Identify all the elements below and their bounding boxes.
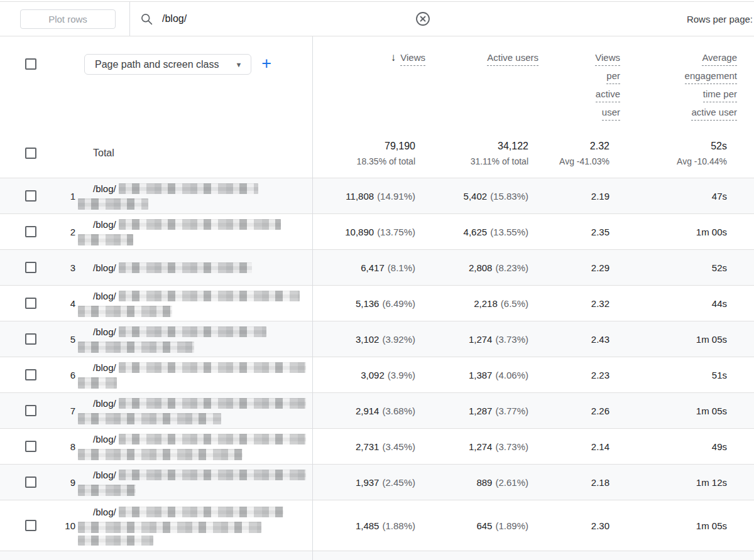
table-search — [129, 2, 437, 36]
table-row: 4 /blog/ 5,136(6.49%) 2,218(6.5%) 2.32 4… — [0, 286, 754, 321]
column-header-active-users[interactable]: Active users — [425, 36, 538, 129]
active-users-cell: 4,625(13.55%) — [425, 214, 538, 249]
views-per-user-cell: 2.14 — [538, 429, 620, 464]
redacted-text — [119, 362, 306, 373]
totals-checkbox[interactable] — [25, 148, 36, 159]
totals-active-users-value: 34,122 — [498, 141, 528, 152]
row-checkbox[interactable] — [25, 333, 36, 345]
page-path-cell: /blog/ — [88, 393, 312, 428]
row-checkbox[interactable] — [25, 520, 36, 531]
views-cell: 6,417(8.1%) — [312, 250, 425, 285]
redacted-text — [78, 198, 148, 210]
redacted-text — [119, 398, 306, 409]
redacted-text — [119, 326, 266, 337]
page-path-cell: /blog/ — [88, 214, 312, 249]
redacted-text — [78, 306, 172, 317]
page-path: /blog/ — [93, 470, 116, 480]
views-cell: 11,808(14.91%) — [312, 178, 425, 213]
table-header: Page path and screen class ▼ + ↓ Views A… — [0, 36, 754, 129]
dimension-picker-label: Page path and screen class — [95, 59, 219, 70]
active-users-cell: 2,218(6.5%) — [425, 286, 538, 321]
totals-active-users: 34,122 31.11% of total — [425, 129, 538, 178]
totals-active-users-sub: 31.11% of total — [471, 156, 528, 166]
row-checkbox[interactable] — [25, 369, 36, 380]
page-path: /blog/ — [93, 398, 116, 409]
row-checkbox[interactable] — [25, 405, 36, 416]
row-number: 3 — [36, 250, 88, 285]
engagement-cell: 47s — [620, 178, 754, 213]
table-row: 5 /blog/ 3,102(3.92%) 1,274(3.73%) 2.43 … — [0, 321, 754, 357]
column-header-avg-engagement-time[interactable]: Average engagement time per active user — [620, 36, 754, 129]
row-checkbox[interactable] — [25, 190, 36, 202]
redacted-text — [119, 291, 300, 301]
row-checkbox[interactable] — [25, 262, 36, 273]
row-checkbox[interactable] — [25, 298, 36, 309]
totals-views: 79,190 18.35% of total — [312, 129, 425, 178]
row-checkbox[interactable] — [25, 441, 36, 452]
totals-engagement: 52s Avg -10.44% — [620, 129, 754, 178]
column-header-label: Views — [400, 52, 425, 66]
engagement-cell: 51s — [620, 357, 754, 392]
page-path: /blog/ — [93, 262, 116, 273]
active-users-cell: 1,274(3.73%) — [425, 321, 538, 357]
views-cell: 3,102(3.92%) — [312, 321, 425, 357]
totals-engagement-value: 52s — [711, 141, 727, 152]
engagement-cell: 49s — [620, 429, 754, 464]
sort-desc-icon: ↓ — [391, 52, 396, 63]
engagement-cell: 1m 05s — [620, 321, 754, 357]
totals-views-per-user-value: 2.32 — [590, 141, 609, 152]
active-users-cell: 5,402(15.83%) — [425, 178, 538, 213]
views-cell: 2,731(3.45%) — [312, 429, 425, 464]
redacted-text — [78, 522, 261, 533]
redacted-text — [119, 262, 252, 273]
views-per-user-cell: 2.19 — [538, 178, 620, 213]
column-header-label: Views — [595, 52, 620, 66]
column-header-label: active — [596, 89, 620, 102]
search-icon — [140, 13, 153, 26]
column-header-views-per-active-user[interactable]: Views per active user — [538, 36, 620, 129]
redacted-text — [78, 342, 194, 353]
table-row: 9 /blog/ 1,937(2.45%) 889(2.61%) 2.18 1m… — [0, 465, 754, 500]
column-header-label: user — [602, 107, 620, 121]
add-dimension-button[interactable]: + — [261, 55, 271, 72]
views-cell: 1,937(2.45%) — [312, 465, 425, 500]
page-path: /blog/ — [93, 183, 116, 194]
panel-divider — [312, 36, 313, 560]
totals-views-per-user-sub: Avg -41.03% — [559, 156, 609, 166]
page-path: /blog/ — [93, 507, 116, 517]
page-path: /blog/ — [93, 362, 116, 373]
views-cell: 1,485(1.88%) — [312, 500, 425, 551]
totals-views-per-user: 2.32 Avg -41.03% — [538, 129, 620, 178]
select-all-checkbox[interactable] — [25, 58, 36, 70]
chevron-down-icon: ▼ — [235, 61, 242, 68]
engagement-cell: 1m 00s — [620, 214, 754, 249]
column-header-label: active user — [691, 107, 737, 121]
header-left: Page path and screen class ▼ + — [0, 36, 312, 129]
totals-label: Total — [88, 129, 312, 178]
views-cell: 2,914(3.68%) — [312, 393, 425, 428]
search-input[interactable] — [162, 13, 415, 24]
rows-per-page-label: Rows per page: — [687, 14, 754, 24]
table-row: 6 /blog/ 3,092(3.9%) 1,387(4.06%) 2.23 5… — [0, 357, 754, 393]
redacted-text — [119, 470, 306, 480]
column-header-label: per — [606, 70, 620, 84]
redacted-text — [119, 434, 306, 444]
row-checkbox[interactable] — [25, 477, 36, 488]
active-users-cell: 1,287(3.77%) — [425, 393, 538, 428]
totals-engagement-sub: Avg -10.44% — [677, 156, 727, 166]
row-checkbox[interactable] — [25, 226, 36, 237]
views-cell: 10,890(13.75%) — [312, 214, 425, 249]
redacted-text — [78, 413, 221, 424]
table-row: 7 /blog/ 2,914(3.68%) 1,287(3.77%) 2.26 … — [0, 393, 754, 429]
plot-rows-button[interactable]: Plot rows — [20, 9, 116, 29]
redacted-text — [78, 485, 136, 496]
views-per-user-cell: 2.18 — [538, 465, 620, 500]
table-row: 8 /blog/ 2,731(3.45%) 1,274(3.73%) 2.14 … — [0, 429, 754, 465]
page-path-cell: /blog/ — [88, 250, 312, 285]
views-cell: 3,092(3.9%) — [312, 357, 425, 392]
page-path-cell: /blog/ — [88, 178, 312, 213]
clear-search-button[interactable] — [415, 11, 431, 27]
column-header-label: Average — [702, 52, 737, 66]
column-header-views[interactable]: ↓ Views — [312, 36, 425, 129]
dimension-picker-dropdown[interactable]: Page path and screen class ▼ — [84, 54, 251, 75]
